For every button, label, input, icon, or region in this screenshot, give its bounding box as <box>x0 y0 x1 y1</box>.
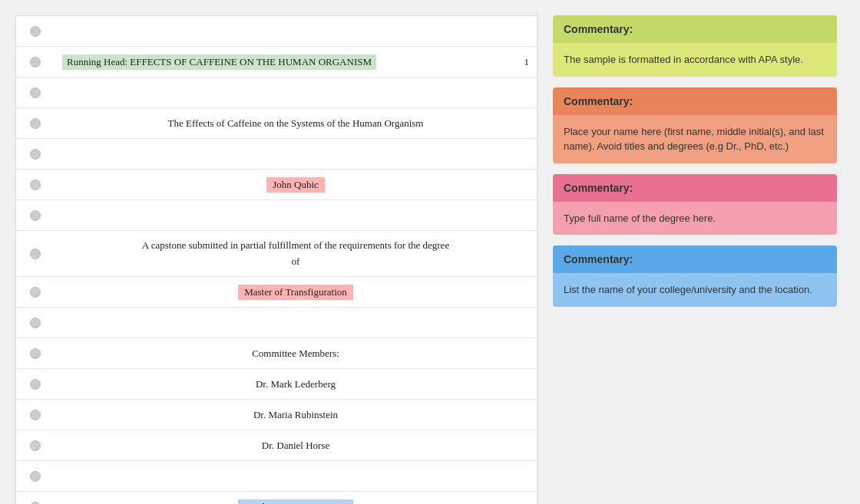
bullet-12 <box>16 379 55 390</box>
committee-member-3-content: Dr. Daniel Horse <box>55 440 537 452</box>
doc-row-committee-2: Dr. Maria Rubinstein <box>16 400 537 430</box>
commentary-header-3: Commentary: <box>553 174 837 202</box>
author-name: John Qubic <box>266 177 325 193</box>
commentary-card-4: Commentary: List the name of your colleg… <box>553 245 837 307</box>
bullet-6 <box>16 180 55 190</box>
header-row-content: Running Head: EFFECTS OF CAFFEINE ON THE… <box>55 54 537 70</box>
bullet-14 <box>16 440 55 451</box>
bullet-circle <box>30 471 41 482</box>
committee-member-2: Dr. Maria Rubinstein <box>253 409 338 420</box>
doc-row-capstone: A capstone submitted in partial fulfillm… <box>16 231 537 277</box>
doc-row-blank-2 <box>16 77 537 108</box>
commentary-header-4: Commentary: <box>553 245 837 273</box>
commentary-body-3: Type full name of the degree here. <box>553 202 837 236</box>
doc-row-blank-3 <box>16 139 537 170</box>
document-panel: Running Head: EFFECTS OF CAFFEINE ON THE… <box>15 15 538 504</box>
bullet-10 <box>16 318 55 328</box>
bullet-circle <box>30 118 41 129</box>
bullet-circle <box>30 379 41 390</box>
bullet-circle <box>30 410 41 420</box>
bullet-4 <box>16 118 55 129</box>
committee-member-3: Dr. Daniel Horse <box>262 440 329 451</box>
university-name: Northern State University <box>238 499 353 505</box>
capstone-line2: of <box>292 255 300 267</box>
bullet-16 <box>16 502 55 505</box>
bullet-11 <box>16 348 55 359</box>
degree-content: Master of Transfiguration <box>55 285 537 300</box>
doc-row-degree: Master of Transfiguration <box>16 277 537 308</box>
doc-row-committee-1: Dr. Mark Lederberg <box>16 369 537 400</box>
capstone-content: A capstone submitted in partial fulfillm… <box>55 238 537 270</box>
doc-row-blank-5 <box>16 308 537 338</box>
bullet-circle <box>30 502 41 505</box>
author-content: John Qubic <box>55 177 537 193</box>
doc-row-university: Northern State University <box>16 492 537 504</box>
bullet-3 <box>16 87 55 98</box>
doc-row-committee-label: Committee Members: <box>16 338 537 369</box>
university-content: Northern State University <box>55 499 537 505</box>
doc-row-header: Running Head: EFFECTS OF CAFFEINE ON THE… <box>16 47 537 77</box>
bullet-circle <box>30 318 41 328</box>
bullet-circle <box>30 210 41 221</box>
bullet-9 <box>16 287 55 298</box>
bullet-5 <box>16 149 55 160</box>
page-number: 1 <box>524 56 530 68</box>
degree-text: Master of Transfiguration <box>238 285 353 300</box>
commentary-card-1: Commentary: The sample is formatted in a… <box>553 15 837 77</box>
capstone-line1: A capstone submitted in partial fulfillm… <box>142 239 449 251</box>
bullet-circle <box>30 149 41 160</box>
bullet-circle <box>30 180 41 190</box>
doc-row-blank-4 <box>16 200 537 231</box>
committee-label-content: Committee Members: <box>55 348 537 360</box>
committee-member-1: Dr. Mark Lederberg <box>256 378 336 390</box>
commentary-card-3: Commentary: Type full name of the degree… <box>553 174 837 236</box>
bullet-7 <box>16 210 55 221</box>
commentary-body-1: The sample is formatted in accordance wi… <box>553 43 837 77</box>
bullet-circle <box>30 249 41 259</box>
commentary-header-2: Commentary: <box>553 87 837 115</box>
committee-label-text: Committee Members: <box>252 348 339 359</box>
title-content: The Effects of Caffeine on the Systems o… <box>55 117 537 130</box>
title-text: The Effects of Caffeine on the Systems o… <box>168 117 424 129</box>
bullet-circle <box>30 287 41 298</box>
bullet-15 <box>16 471 55 482</box>
bullet-8 <box>16 249 55 259</box>
commentary-body-4: List the name of your college/university… <box>553 273 837 307</box>
bullet-13 <box>16 410 55 420</box>
bullet-circle <box>30 348 41 359</box>
doc-row-blank-6 <box>16 461 537 492</box>
committee-member-2-content: Dr. Maria Rubinstein <box>55 409 537 421</box>
bullet-circle <box>30 440 41 451</box>
commentary-header-1: Commentary: <box>553 15 837 43</box>
doc-row-committee-3: Dr. Daniel Horse <box>16 430 537 461</box>
doc-row-author: John Qubic <box>16 170 537 200</box>
running-head-text: Running Head: EFFECTS OF CAFFEINE ON THE… <box>62 54 376 70</box>
bullet-circle <box>30 87 41 98</box>
doc-row-blank-1 <box>16 16 537 47</box>
commentary-card-2: Commentary: Place your name here (first … <box>553 87 837 163</box>
commentary-body-2: Place your name here (first name, middle… <box>553 115 837 163</box>
bullet-1 <box>16 26 55 37</box>
doc-row-title: The Effects of Caffeine on the Systems o… <box>16 108 537 139</box>
bullet-circle <box>30 57 41 68</box>
bullet-circle <box>30 26 41 37</box>
committee-member-1-content: Dr. Mark Lederberg <box>55 378 537 390</box>
commentary-panel: Commentary: The sample is formatted in a… <box>553 15 837 307</box>
bullet-2 <box>16 57 55 68</box>
